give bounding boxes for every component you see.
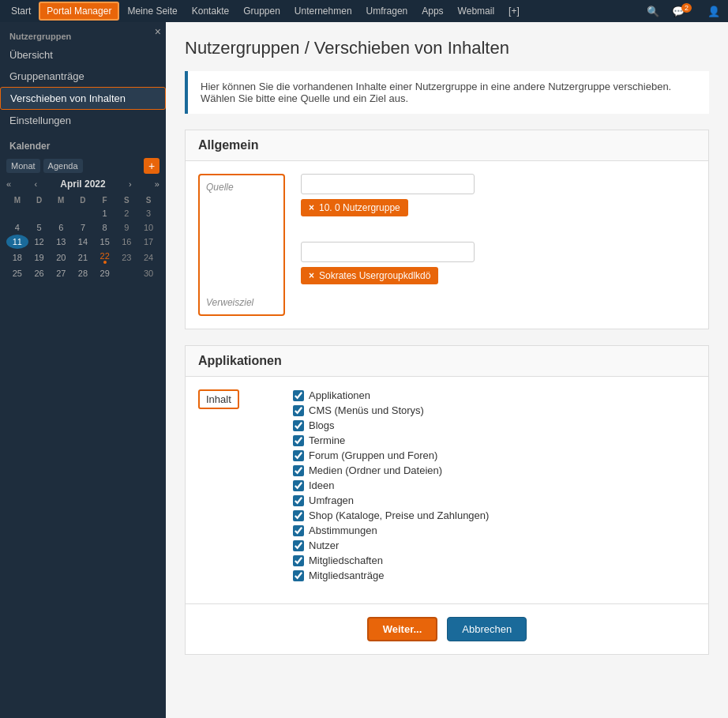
info-text: Hier können Sie die vorhandenen Inhalte … [201, 81, 671, 104]
cal-day[interactable]: 24 [137, 249, 159, 266]
cal-next-arrow[interactable]: › [129, 179, 132, 189]
cal-prev-prev-arrow[interactable]: « [6, 179, 11, 189]
cal-day[interactable]: 16 [116, 235, 138, 249]
main-content: Nutzergruppen / Verschieben von Inhalten… [166, 22, 728, 718]
checkbox-nutzer-label: Nutzer [309, 539, 339, 551]
cal-day[interactable]: 29 [94, 266, 116, 280]
checkbox-termine-input[interactable] [293, 435, 304, 446]
target-tag-remove[interactable]: × [309, 270, 314, 281]
nav-gruppen[interactable]: Gruppen [237, 3, 287, 19]
checkbox-umfragen-label: Umfragen [309, 494, 354, 506]
sidebar-item-einstellungen[interactable]: Einstellungen [0, 110, 166, 131]
sidebar-nutzergruppen-title: Nutzergruppen [0, 22, 166, 44]
cal-day[interactable]: 25 [6, 266, 28, 280]
nav-unternehmen[interactable]: Unternehmen [288, 3, 358, 19]
nav-start[interactable]: Start [5, 3, 37, 19]
checkbox-ideen-input[interactable] [293, 480, 304, 491]
cal-day[interactable]: 12 [28, 235, 51, 249]
notification-badge: 2 [681, 3, 692, 13]
info-box: Hier können Sie die vorhandenen Inhalte … [185, 71, 709, 114]
topnav-right: 🔍 💬2 👤 [644, 4, 723, 19]
checkbox-blogs-input[interactable] [293, 420, 304, 431]
source-tag-remove[interactable]: × [309, 202, 314, 213]
cal-day[interactable]: 23 [116, 249, 138, 266]
cal-header-m2: M [50, 194, 72, 206]
calendar-controls: Monat Agenda + [6, 158, 159, 174]
user-icon[interactable]: 👤 [704, 4, 723, 19]
cal-day-today[interactable]: 11 [6, 235, 28, 249]
nav-meine-seite[interactable]: Meine Seite [121, 3, 183, 19]
sidebar-item-verschieben[interactable]: Verschieben von Inhalten [0, 87, 166, 110]
cal-day[interactable]: 3 [137, 206, 159, 220]
cal-day[interactable]: 18 [6, 249, 28, 266]
cal-day[interactable]: 26 [28, 266, 51, 280]
cal-day[interactable]: 7 [72, 220, 94, 235]
checkbox-nutzer-input[interactable] [293, 540, 304, 551]
cal-day[interactable]: 20 [50, 249, 72, 266]
cal-day[interactable]: 6 [50, 220, 72, 235]
nav-webmail[interactable]: Webmail [452, 3, 501, 19]
cal-day[interactable]: 13 [50, 235, 72, 249]
cal-add-button[interactable]: + [144, 158, 159, 174]
checkbox-applikationen-input[interactable] [293, 390, 304, 401]
cal-navigation: « ‹ April 2022 › » [6, 179, 159, 190]
checkbox-mitgliedsantraege-input[interactable] [293, 570, 304, 581]
checkbox-medien-input[interactable] [293, 465, 304, 476]
cal-day[interactable]: 5 [28, 220, 51, 235]
checkbox-forum-input[interactable] [293, 450, 304, 461]
cal-month-label: April 2022 [60, 179, 105, 190]
source-input[interactable] [301, 174, 475, 194]
cal-day[interactable]: 30 [137, 266, 159, 280]
applikationen-section-header: Applikationen [186, 346, 708, 377]
cal-day[interactable]: 8 [94, 220, 116, 235]
checkbox-abstimmungen-input[interactable] [293, 525, 304, 536]
cal-day[interactable] [50, 206, 72, 220]
source-tag-label: 10. 0 Nutzergruppe [319, 202, 400, 213]
cal-day[interactable]: 9 [116, 220, 138, 235]
cal-day[interactable] [116, 266, 138, 280]
sidebar-item-gruppenantraege[interactable]: Gruppenanträge [0, 66, 166, 87]
checkbox-mitgliedsantraege: Mitgliedsanträge [293, 570, 489, 581]
cal-day[interactable] [6, 206, 28, 220]
cal-day[interactable]: 15 [94, 235, 116, 249]
checkbox-umfragen-input[interactable] [293, 495, 304, 506]
cal-day[interactable]: 17 [137, 235, 159, 249]
sidebar-item-uebersicht[interactable]: Übersicht [0, 44, 166, 66]
checkbox-cms-input[interactable] [293, 405, 304, 416]
nav-portal-manager[interactable]: Portal Manager [39, 2, 119, 21]
cal-day[interactable]: 10 [137, 220, 159, 235]
cal-prev-arrow[interactable]: ‹ [34, 179, 37, 189]
cal-monat-button[interactable]: Monat [6, 159, 40, 173]
cal-day[interactable]: 21 [72, 249, 94, 266]
nav-kontakte[interactable]: Kontakte [186, 3, 235, 19]
nav-apps[interactable]: Apps [415, 3, 449, 19]
notification-icon[interactable]: 💬2 [669, 4, 698, 19]
checkbox-cms: CMS (Menüs und Storys) [293, 404, 489, 416]
checkbox-abstimmungen-label: Abstimmungen [309, 524, 377, 536]
cal-day[interactable]: 4 [6, 220, 28, 235]
allgemein-layout: Quelle Verweisziel × 10. 0 Nutzergruppe [198, 174, 696, 316]
nav-plus[interactable]: [+] [502, 3, 526, 19]
cal-day[interactable]: 19 [28, 249, 51, 266]
target-input[interactable] [301, 242, 475, 262]
cal-agenda-button[interactable]: Agenda [43, 159, 83, 173]
cal-day[interactable]: 1 [94, 206, 116, 220]
abbrechen-button[interactable]: Abbrechen [447, 617, 527, 641]
cal-day[interactable] [28, 206, 51, 220]
cal-day[interactable] [72, 206, 94, 220]
cal-day[interactable]: 14 [72, 235, 94, 249]
search-icon[interactable]: 🔍 [644, 4, 662, 19]
cal-next-next-arrow[interactable]: » [155, 179, 159, 189]
checkbox-abstimmungen: Abstimmungen [293, 524, 489, 536]
target-tag-pill: × Sokrates Usergroupkdlkdö [301, 267, 438, 284]
cal-day[interactable]: 27 [50, 266, 72, 280]
nav-umfragen[interactable]: Umfragen [360, 3, 415, 19]
checkbox-mitgliedschaften-input[interactable] [293, 555, 304, 566]
sidebar-close-icon[interactable]: × [155, 25, 161, 38]
cal-day[interactable]: 2 [116, 206, 138, 220]
checkbox-medien: Medien (Ordner und Dateien) [293, 464, 489, 476]
cal-day-event[interactable]: 22 [94, 249, 116, 266]
weiter-button[interactable]: Weiter... [367, 617, 438, 641]
checkbox-shop-input[interactable] [293, 510, 304, 521]
cal-day[interactable]: 28 [72, 266, 94, 280]
